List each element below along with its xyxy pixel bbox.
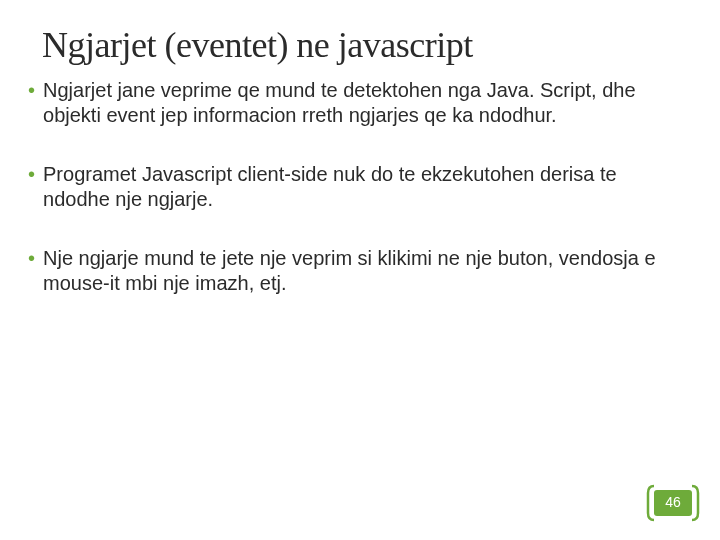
svg-rect-0 [654,490,692,516]
bullet-item: • Programet Javascript client-side nuk d… [28,162,684,212]
bullet-item: • Ngjarjet jane veprime qe mund te detek… [28,78,684,128]
page-number-badge: 46 [644,484,702,522]
bullet-icon: • [28,78,35,128]
bullet-item: • Nje ngjarje mund te jete nje veprim si… [28,246,684,296]
bullet-text: Programet Javascript client-side nuk do … [43,162,684,212]
bullet-text: Nje ngjarje mund te jete nje veprim si k… [43,246,684,296]
bullet-icon: • [28,162,35,212]
slide-title: Ngjarjet (eventet) ne javascript [0,0,720,66]
slide: Ngjarjet (eventet) ne javascript • Ngjar… [0,0,720,540]
page-number: 46 [665,494,681,510]
bullet-text: Ngjarjet jane veprime qe mund te detekto… [43,78,684,128]
slide-body: • Ngjarjet jane veprime qe mund te detek… [0,66,720,296]
bullet-icon: • [28,246,35,296]
